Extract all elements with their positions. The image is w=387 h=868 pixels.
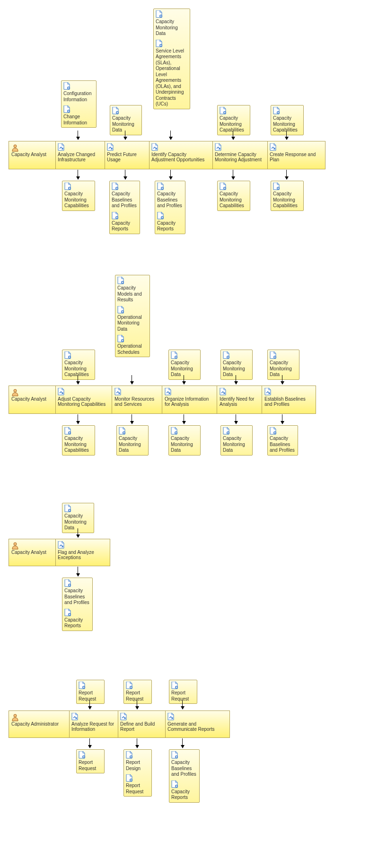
task-icon [114, 388, 158, 395]
task-label: Adjust Capacity Monitoring Capabilities [58, 396, 106, 407]
document-icon [171, 682, 195, 689]
task[interactable]: Analyze Request for Information [70, 711, 117, 733]
person-icon [11, 542, 19, 550]
task[interactable]: Organize Information for Analysis [163, 386, 215, 408]
document-icon [126, 774, 150, 782]
document-icon [126, 751, 150, 759]
output-label: Capacity Baselines and Profiles [171, 760, 196, 777]
task-icon [107, 143, 146, 151]
document-icon [64, 609, 90, 616]
document-icon [171, 427, 198, 435]
output-box: Capacity Monitoring Capabilities [271, 181, 304, 211]
document-icon [220, 183, 248, 190]
task[interactable]: Create Response and Plan [268, 142, 320, 164]
output-label: Capacity Baselines and Profiles [112, 191, 137, 208]
task[interactable]: Determine Capacity Monitoring Adjustment [213, 142, 267, 164]
input-label: Capacity Monitoring Capabilities [273, 115, 298, 132]
task-icon [270, 143, 318, 151]
task-label: Determine Capacity Monitoring Adjustment [215, 152, 262, 162]
input-label: Capacity Monitoring Capabilities [64, 360, 89, 377]
task[interactable]: Adjust Capacity Monitoring Capabilities [56, 386, 110, 408]
task-label: Organize Information for Analysis [165, 396, 209, 407]
input-label: Capacity Monitoring Data [270, 360, 292, 377]
lane-role: Capacity Analyst [9, 143, 58, 158]
output-label: Capacity Monitoring Capabilities [220, 191, 244, 208]
input-label: Report Request [171, 690, 189, 701]
document-icon [220, 107, 248, 114]
document-icon [117, 335, 148, 342]
document-icon [63, 105, 94, 113]
input-box: Capacity Monitoring Data [62, 503, 94, 533]
input-box: Capacity Models and Results Operational … [115, 275, 150, 357]
output-label: Capacity Reports [64, 617, 83, 629]
task-label: Analyze Request for Information [71, 721, 114, 732]
task[interactable]: Define and Build Report [118, 711, 163, 733]
input-label: Operational Monitoring Data [117, 315, 142, 332]
document-icon [112, 183, 138, 190]
task[interactable]: Flag and Analyze Exceptions [56, 540, 106, 561]
task-icon [58, 388, 108, 395]
input-box: Capacity Monitoring Data [267, 350, 299, 380]
task-icon [151, 143, 209, 151]
input-label: Capacity Monitoring Data [112, 115, 134, 132]
person-icon [11, 389, 19, 396]
task[interactable]: Establish Baselines and Profiles [263, 386, 312, 408]
task-icon [264, 388, 310, 395]
document-icon [171, 351, 198, 359]
output-box: Capacity Monitoring Capabilities [217, 181, 250, 211]
document-icon [119, 427, 146, 435]
task-label: Identify Capacity Adjustment Opportuniti… [151, 152, 204, 162]
task-icon [71, 713, 115, 720]
task-label: Define and Build Report [120, 721, 155, 732]
task[interactable]: Predict Future Usage [105, 142, 148, 164]
input-box: Capacity Monitoring Capabilities [271, 105, 304, 135]
output-box: Capacity Baselines and Profiles Capacity… [62, 578, 93, 631]
document-icon [156, 40, 188, 47]
output-label: Capacity Reports [171, 789, 190, 800]
task-label: Analyze Changed Infrastructure [58, 152, 95, 162]
input-label: Capacity Monitoring Data [156, 19, 178, 36]
document-icon [64, 427, 93, 435]
document-icon [112, 212, 138, 219]
input-box: Capacity Monitoring Capabilities [217, 105, 250, 135]
output-label: Report Request [126, 783, 143, 794]
input-box: Configuration Information Change Informa… [61, 80, 97, 128]
input-label: Capacity Monitoring Data [64, 513, 87, 530]
document-icon [64, 505, 92, 512]
input-label: Configuration Information [63, 91, 91, 102]
task[interactable]: Monitor Resources and Services [113, 386, 160, 408]
output-box: Capacity Monitoring Data [168, 425, 201, 456]
task[interactable]: Analyze Changed Infrastructure [56, 142, 103, 164]
task-label: Flag and Analyze Exceptions [58, 550, 94, 560]
output-label: Capacity Monitoring Capabilities [64, 436, 89, 453]
output-label: Capacity Baselines and Profiles [157, 191, 182, 208]
task[interactable]: Identify Need for Analysis [218, 386, 260, 408]
task-label: Monitor Resources and Services [114, 396, 154, 407]
document-icon [117, 306, 148, 314]
task[interactable]: Generate and Communicate Reports [166, 711, 225, 733]
output-box: Capacity Baselines and Profiles [267, 425, 298, 456]
document-icon [126, 682, 150, 689]
input-label: Capacity Models and Results [117, 285, 142, 302]
output-box: Capacity Baselines and Profiles Capacity… [169, 749, 200, 803]
input-label: Report Request [79, 690, 96, 701]
task-icon [58, 143, 101, 151]
input-box: Report Request [76, 680, 105, 704]
output-box: Report Design Report Request [123, 749, 152, 797]
task-icon [165, 388, 213, 395]
input-label: Operational Schedules [117, 343, 142, 355]
task-label: Predict Future Usage [107, 152, 137, 162]
task-icon [120, 713, 161, 720]
output-label: Report Request [79, 760, 96, 771]
document-icon [156, 10, 188, 18]
document-icon [157, 183, 183, 190]
document-icon [112, 107, 140, 114]
task-icon [167, 713, 223, 720]
input-label: Capacity Monitoring Capabilities [220, 115, 244, 132]
input-box: Capacity Monitoring Capabilities [62, 350, 95, 380]
input-label: Report Request [126, 690, 143, 701]
document-icon [117, 277, 148, 284]
document-icon [64, 351, 93, 359]
task[interactable]: Identify Capacity Adjustment Opportuniti… [150, 142, 211, 164]
document-icon [171, 751, 197, 759]
